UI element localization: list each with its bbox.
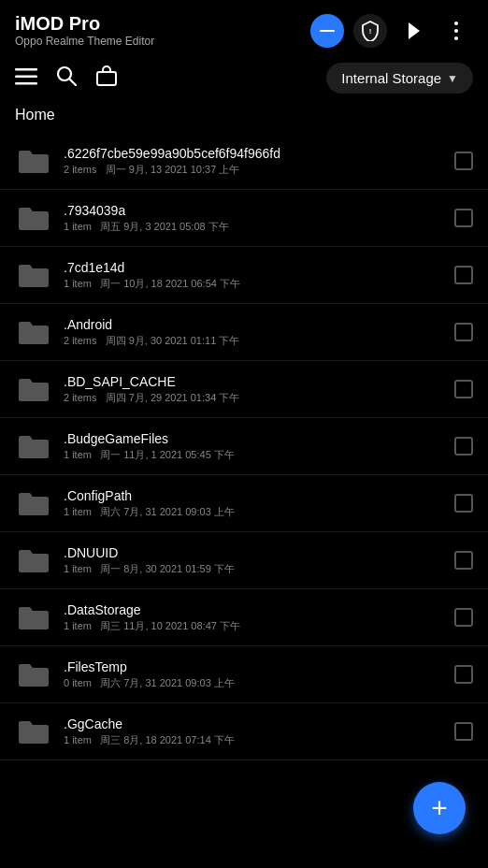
file-meta: 1 item 周三 11月, 10 2021 08:47 下午 bbox=[64, 619, 454, 633]
file-meta: 1 item 周一 10月, 18 2021 06:54 下午 bbox=[64, 277, 454, 291]
list-item[interactable]: .7934039a 1 item 周五 9月, 3 2021 05:08 下午 bbox=[0, 190, 488, 247]
folder-icon bbox=[15, 313, 52, 351]
search-icon[interactable] bbox=[56, 65, 77, 92]
list-item[interactable]: .Android 2 items 周四 9月, 30 2021 01:11 下午 bbox=[0, 304, 488, 361]
file-info: .7cd1e14d 1 item 周一 10月, 18 2021 06:54 下… bbox=[64, 260, 454, 291]
folder-icon bbox=[15, 656, 52, 693]
file-checkbox[interactable] bbox=[454, 266, 473, 284]
file-info: .DataStorage 1 item 周三 11月, 10 2021 08:4… bbox=[64, 602, 454, 633]
menu-icon[interactable] bbox=[15, 66, 37, 91]
list-item[interactable]: .FilesTemp 0 item 周六 7月, 31 2021 09:03 上… bbox=[0, 646, 488, 703]
file-name: .Android bbox=[64, 317, 454, 332]
file-info: .BudgeGameFiles 1 item 周一 11月, 1 2021 05… bbox=[64, 431, 454, 462]
file-name: .BD_SAPI_CACHE bbox=[64, 374, 454, 389]
file-name: .FilesTemp bbox=[64, 659, 454, 674]
svg-line-10 bbox=[70, 79, 77, 85]
breadcrumb-label: Home bbox=[15, 107, 55, 123]
svg-point-3 bbox=[454, 22, 458, 25]
storage-label: Internal Storage bbox=[341, 70, 441, 86]
folder-icon bbox=[15, 542, 52, 579]
file-meta: 0 item 周六 7月, 31 2021 09:03 上午 bbox=[64, 676, 454, 690]
file-info: .DNUUID 1 item 周一 8月, 30 2021 01:59 下午 bbox=[64, 545, 454, 576]
file-info: .7934039a 1 item 周五 9月, 3 2021 05:08 下午 bbox=[64, 203, 454, 234]
list-item[interactable]: .BudgeGameFiles 1 item 周一 11月, 1 2021 05… bbox=[0, 418, 488, 475]
bag-icon[interactable] bbox=[95, 65, 118, 92]
add-fab-button[interactable]: + bbox=[413, 782, 466, 834]
svg-marker-2 bbox=[409, 22, 420, 39]
breadcrumb: Home bbox=[0, 101, 488, 133]
file-info: .GgCache 1 item 周三 8月, 18 2021 07:14 下午 bbox=[64, 716, 454, 747]
file-info: .FilesTemp 0 item 周六 7月, 31 2021 09:03 上… bbox=[64, 659, 454, 690]
svg-rect-8 bbox=[15, 82, 37, 85]
file-name: .BudgeGameFiles bbox=[64, 431, 454, 446]
file-info: .ConfigPath 1 item 周六 7月, 31 2021 09:03 … bbox=[64, 488, 454, 519]
header-actions: ! bbox=[310, 14, 473, 48]
file-checkbox[interactable] bbox=[454, 323, 473, 341]
svg-point-4 bbox=[454, 29, 458, 33]
folder-icon bbox=[15, 256, 52, 294]
file-checkbox[interactable] bbox=[454, 551, 473, 570]
list-item[interactable]: .DNUUID 1 item 周一 8月, 30 2021 01:59 下午 bbox=[0, 532, 488, 589]
storage-selector[interactable]: Internal Storage ▼ bbox=[326, 63, 473, 94]
more-button[interactable] bbox=[439, 14, 473, 48]
file-name: .7cd1e14d bbox=[64, 260, 454, 275]
chevron-down-icon: ▼ bbox=[447, 72, 458, 85]
svg-point-5 bbox=[454, 36, 458, 40]
folder-icon bbox=[15, 370, 52, 408]
file-meta: 1 item 周三 8月, 18 2021 07:14 下午 bbox=[64, 733, 454, 747]
file-meta: 1 item 周五 9月, 3 2021 05:08 下午 bbox=[64, 220, 454, 234]
file-info: .BD_SAPI_CACHE 2 items 周四 7月, 29 2021 01… bbox=[64, 374, 454, 405]
file-list: .6226f7cbe59e99a90b5cef6f94f966fd 2 item… bbox=[0, 133, 488, 760]
svg-rect-6 bbox=[15, 68, 37, 71]
minus-button[interactable] bbox=[310, 14, 344, 48]
svg-rect-0 bbox=[320, 30, 335, 32]
app-title: iMOD Pro bbox=[15, 13, 154, 35]
file-checkbox[interactable] bbox=[454, 209, 473, 227]
list-item[interactable]: .7cd1e14d 1 item 周一 10月, 18 2021 06:54 下… bbox=[0, 247, 488, 304]
file-checkbox[interactable] bbox=[454, 437, 473, 456]
toolbar: Internal Storage ▼ bbox=[0, 55, 488, 101]
file-meta: 2 items 周四 9月, 30 2021 01:11 下午 bbox=[64, 334, 454, 348]
folder-icon bbox=[15, 713, 52, 750]
add-icon: + bbox=[431, 792, 448, 824]
folder-icon bbox=[15, 142, 52, 180]
file-checkbox[interactable] bbox=[454, 380, 473, 398]
file-checkbox[interactable] bbox=[454, 722, 473, 741]
file-name: .GgCache bbox=[64, 716, 454, 731]
file-meta: 1 item 周一 11月, 1 2021 05:45 下午 bbox=[64, 448, 454, 462]
file-checkbox[interactable] bbox=[454, 608, 473, 627]
list-item[interactable]: .DataStorage 1 item 周三 11月, 10 2021 08:4… bbox=[0, 589, 488, 646]
file-meta: 2 items 周四 7月, 29 2021 01:34 下午 bbox=[64, 391, 454, 405]
file-checkbox[interactable] bbox=[454, 494, 473, 513]
file-checkbox[interactable] bbox=[454, 152, 473, 170]
play-button[interactable] bbox=[396, 14, 430, 48]
list-item[interactable]: .BD_SAPI_CACHE 2 items 周四 7月, 29 2021 01… bbox=[0, 361, 488, 418]
file-meta: 1 item 周六 7月, 31 2021 09:03 上午 bbox=[64, 505, 454, 519]
file-name: .6226f7cbe59e99a90b5cef6f94f966fd bbox=[64, 146, 454, 161]
app-info: iMOD Pro Oppo Realme Theme Editor bbox=[15, 13, 154, 48]
svg-rect-7 bbox=[15, 75, 37, 78]
folder-icon bbox=[15, 599, 52, 636]
folder-icon bbox=[15, 427, 52, 465]
folder-icon bbox=[15, 199, 52, 237]
file-meta: 1 item 周一 8月, 30 2021 01:59 下午 bbox=[64, 562, 454, 576]
header: iMOD Pro Oppo Realme Theme Editor ! bbox=[0, 0, 488, 55]
file-meta: 2 items 周一 9月, 13 2021 10:37 上午 bbox=[64, 163, 454, 177]
svg-rect-11 bbox=[97, 72, 116, 85]
file-name: .ConfigPath bbox=[64, 488, 454, 503]
toolbar-icons bbox=[15, 65, 118, 92]
app-subtitle: Oppo Realme Theme Editor bbox=[15, 35, 154, 48]
file-checkbox[interactable] bbox=[454, 665, 473, 684]
file-name: .DataStorage bbox=[64, 602, 454, 617]
list-item[interactable]: .6226f7cbe59e99a90b5cef6f94f966fd 2 item… bbox=[0, 133, 488, 190]
file-info: .6226f7cbe59e99a90b5cef6f94f966fd 2 item… bbox=[64, 146, 454, 177]
file-info: .Android 2 items 周四 9月, 30 2021 01:11 下午 bbox=[64, 317, 454, 348]
file-name: .7934039a bbox=[64, 203, 454, 218]
folder-icon bbox=[15, 485, 52, 522]
list-item[interactable]: .GgCache 1 item 周三 8月, 18 2021 07:14 下午 bbox=[0, 703, 488, 760]
list-item[interactable]: .ConfigPath 1 item 周六 7月, 31 2021 09:03 … bbox=[0, 475, 488, 532]
file-name: .DNUUID bbox=[64, 545, 454, 560]
shield-button[interactable]: ! bbox=[353, 14, 387, 48]
svg-text:!: ! bbox=[369, 27, 372, 36]
